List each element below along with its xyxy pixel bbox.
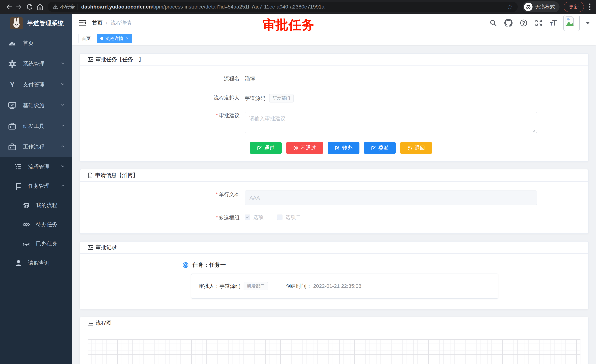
github-icon[interactable] (504, 19, 513, 27)
reject-button[interactable]: 不通过 (286, 142, 323, 154)
sidebar-item-label: 任务管理 (28, 182, 50, 190)
close-icon[interactable]: × (126, 36, 128, 41)
org-tree-icon (15, 182, 22, 190)
breadcrumb-home[interactable]: 首页 (92, 19, 103, 26)
tab-home[interactable]: 首页 (78, 34, 94, 43)
gear-icon (8, 59, 17, 68)
sidebar-item-infra[interactable]: 基础设施 (0, 95, 72, 116)
sidebar-item-home[interactable]: 首页 (0, 33, 72, 54)
sidebar-item-task-mgmt[interactable]: 任务管理 (0, 176, 72, 196)
bookmark-star-icon[interactable]: ☆ (507, 3, 513, 11)
sidebar-item-workflow[interactable]: 工作流程 (0, 137, 72, 157)
toolbox-icon (8, 142, 17, 151)
address-bar[interactable]: 不安全 dashboard.yudao.iocoder.cn/bpm/proce… (48, 2, 518, 12)
browser-update-button[interactable]: 更新 (564, 2, 584, 12)
sidebar-logo[interactable]: 芋道管理系统 (0, 14, 72, 33)
approve-button[interactable]: 通过 (250, 142, 282, 154)
avatar-dropdown-caret[interactable] (586, 22, 590, 24)
help-icon[interactable] (520, 19, 528, 27)
card-title: 流程图 (96, 320, 112, 327)
not-secure-icon (52, 4, 58, 10)
single-text-input (245, 190, 537, 205)
incognito-label: 无痕模式 (535, 4, 555, 10)
font-size-icon[interactable]: TT (550, 19, 556, 27)
required-asterisk: * (216, 191, 218, 197)
delegate-button[interactable]: 委派 (364, 142, 396, 154)
app-title: 芋道管理系统 (27, 19, 64, 28)
sidebar-item-done-tasks[interactable]: 已办任务 (0, 234, 72, 253)
browser-menu-button[interactable] (587, 2, 592, 11)
url-path: /bpm/process-instance/detail?id=54aa251f… (152, 4, 324, 10)
apply-info-card: 申请信息【滔博】 *单行文本 *多选框组 选项一 (80, 169, 589, 234)
created-value: 2022-01-21 22:35:08 (313, 283, 361, 289)
incognito-badge: 无痕模式 (522, 1, 559, 12)
sidebar-item-label: 基础设施 (23, 102, 45, 109)
edit-icon (335, 145, 340, 151)
breadcrumb-separator: / (106, 20, 107, 26)
eye-closed-icon (22, 240, 30, 248)
approval-record-card-header: 审批记录 (80, 241, 588, 254)
user-icon (15, 259, 22, 267)
tab-process-detail[interactable]: 流程详情 × (97, 34, 132, 43)
eye-open-icon (22, 220, 30, 229)
chevron-down-icon (60, 61, 66, 67)
opinion-textarea[interactable] (245, 112, 537, 133)
navbar: 首页 / 流程详情 TT (72, 14, 596, 32)
apply-info-card-header: 申请信息【滔博】 (80, 169, 588, 182)
monitor-icon (8, 101, 17, 110)
fullscreen-icon[interactable] (535, 19, 543, 27)
security-label: 不安全 (60, 4, 75, 10)
sidebar-fold-icon[interactable] (78, 19, 87, 27)
picture-icon (87, 320, 94, 326)
required-asterisk: * (216, 215, 218, 220)
edit-icon (257, 145, 262, 151)
incognito-icon (524, 3, 533, 11)
url-host: dashboard.yudao.iocoder.cn (81, 4, 152, 10)
sidebar-item-my-process[interactable]: 我的流程 (0, 196, 72, 215)
edit-icon (371, 145, 376, 151)
bpmn-canvas[interactable] (88, 339, 581, 364)
resize-handle-icon[interactable] (533, 129, 536, 132)
chevron-up-icon (60, 183, 66, 189)
sidebar: 芋道管理系统 首页 系统管理 ¥ 支付管理 基础设施 (0, 14, 72, 364)
sidebar-item-system[interactable]: 系统管理 (0, 54, 72, 74)
return-button[interactable]: 退回 (400, 142, 432, 154)
logo-image (10, 17, 22, 29)
browser-home-button[interactable] (35, 2, 45, 12)
approval-timeline: 任务：任务一 审批人：芋道源码 研发部门 创建时间： 2022-01-21 22… (182, 261, 581, 299)
sidebar-item-devtools[interactable]: 研发工具 (0, 116, 72, 137)
flow-diagram-card: 流程图 (80, 317, 589, 364)
chevron-down-icon (60, 102, 66, 109)
browser-reload-button[interactable] (24, 2, 35, 12)
sidebar-item-label: 研发工具 (23, 123, 45, 130)
browser-forward-button[interactable] (14, 2, 24, 12)
approval-task-card-header: 审批任务【任务一】 (80, 54, 588, 66)
transfer-button[interactable]: 转办 (328, 142, 359, 154)
browser-toolbar: 不安全 dashboard.yudao.iocoder.cn/bpm/proce… (0, 0, 596, 14)
active-tab-dot (100, 37, 103, 40)
checkbox-option-2: 选项二 (277, 214, 301, 221)
process-name-value: 滔博 (245, 75, 255, 82)
initiator-label: 流程发起人 (87, 94, 245, 102)
tags-view-bar: 首页 流程详情 × (72, 32, 596, 45)
sidebar-item-leave-query[interactable]: 请假查询 (0, 253, 72, 273)
sidebar-item-label: 工作流程 (23, 143, 45, 151)
initiator-value: 芋道源码 (245, 94, 265, 102)
avatar[interactable] (563, 15, 580, 31)
sidebar-item-label: 待办任务 (36, 221, 57, 228)
search-icon[interactable] (489, 19, 497, 27)
approver-dept-tag: 研发部门 (244, 282, 268, 290)
chevron-up-icon (60, 144, 66, 150)
sidebar-item-todo-tasks[interactable]: 待办任务 (0, 215, 72, 234)
checkbox-checked-icon (245, 215, 250, 220)
created-label: 创建时间： (286, 283, 312, 290)
face-icon (22, 201, 30, 209)
sidebar-item-process-mgmt[interactable]: 流程管理 (0, 157, 72, 176)
initiator-dept-tag: 研发部门 (269, 94, 294, 102)
breadcrumb: 首页 / 流程详情 (92, 19, 131, 26)
card-title: 申请信息【滔博】 (95, 172, 138, 179)
browser-back-button[interactable] (4, 2, 14, 12)
sidebar-item-payment[interactable]: ¥ 支付管理 (0, 74, 72, 95)
page-content: 审批任务【任务一】 流程名 滔博 流程发起人 芋道源码 研发部门 (72, 45, 596, 364)
card-title: 审批记录 (96, 244, 117, 251)
